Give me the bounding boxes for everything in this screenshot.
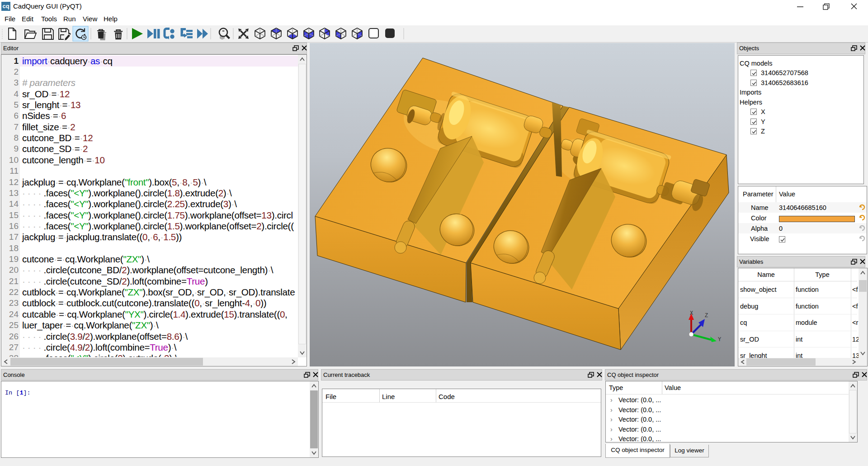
svg-text:Y: Y (718, 337, 721, 343)
svg-text:X: X (690, 310, 693, 317)
svg-text:Z: Z (705, 313, 708, 319)
